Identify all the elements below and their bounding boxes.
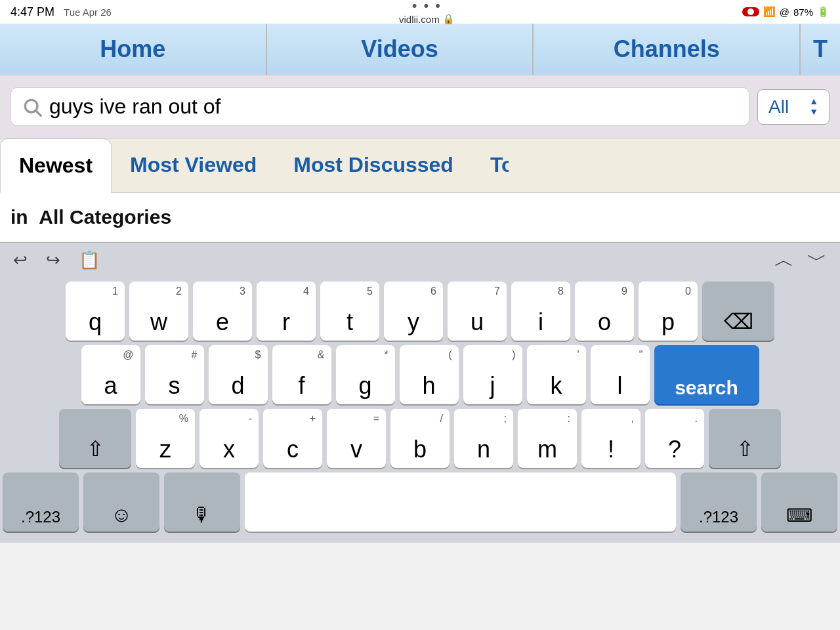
status-bar: 4:47 PM Tue Apr 26 • • • vidlii.com 🔒 📶 … <box>0 0 840 24</box>
undo-button[interactable]: ↩ <box>13 250 28 270</box>
key-y[interactable]: 6y <box>384 282 443 341</box>
key-n[interactable]: ;n <box>454 409 513 468</box>
status-bar-left: 4:47 PM Tue Apr 26 <box>10 5 112 19</box>
key-space[interactable] <box>245 472 676 532</box>
search-area: All ▲ ▼ <box>0 75 840 138</box>
key-v[interactable]: =v <box>327 409 386 468</box>
keyboard-row-2: @a #s $d &f *g (h )j 'k "l search <box>3 345 837 404</box>
sort-tab-newest[interactable]: Newest <box>0 138 112 193</box>
keyboard-row-4: .?123 ☺ 🎙 .?123 ⌨ <box>3 472 837 532</box>
record-indicator <box>742 7 759 16</box>
key-sym-right[interactable]: .?123 <box>681 472 757 532</box>
key-f[interactable]: &f <box>272 345 331 404</box>
sort-tab-most-viewed[interactable]: Most Viewed <box>112 138 275 192</box>
nav-tab-partial: T <box>801 24 840 75</box>
key-t[interactable]: 5t <box>320 282 379 341</box>
keyboard-row-1: 1q 2w 3e 4r 5t 6y 7u 8i 9o 0p ⌫ <box>3 282 837 341</box>
key-question[interactable]: .? <box>645 409 704 468</box>
key-j[interactable]: )j <box>463 345 522 404</box>
wifi-icon: 📶 <box>763 6 776 18</box>
key-hide-keyboard[interactable]: ⌨ <box>761 472 837 532</box>
redo-button[interactable]: ↪ <box>46 250 60 270</box>
chevron-up-button[interactable]: ︿ <box>774 247 794 274</box>
keyboard-toolbar: ↩ ↪ 📋 ︿ ﹀ <box>0 242 840 278</box>
key-i[interactable]: 8i <box>511 282 570 341</box>
keyboard-row-3: ⇧ %z -x +c =v /b ;n :m ,! .? ⇧ <box>3 409 837 468</box>
status-bar-right: 📶 @ 87% 🔋 <box>742 6 830 18</box>
key-delete[interactable]: ⌫ <box>702 282 774 341</box>
status-time: 4:47 PM <box>10 5 54 19</box>
svg-line-1 <box>36 111 41 116</box>
key-m[interactable]: :m <box>518 409 577 468</box>
key-d[interactable]: $d <box>209 345 268 404</box>
key-a[interactable]: @a <box>81 345 140 404</box>
key-emoji[interactable]: ☺ <box>83 472 159 532</box>
search-filter-dropdown[interactable]: All ▲ ▼ <box>757 89 830 125</box>
key-exclaim[interactable]: ,! <box>581 409 640 468</box>
key-h[interactable]: (h <box>400 345 459 404</box>
key-sym-left[interactable]: .?123 <box>3 472 79 532</box>
key-shift-right[interactable]: ⇧ <box>709 409 781 468</box>
key-u[interactable]: 7u <box>448 282 507 341</box>
nav-tab-home[interactable]: Home <box>0 24 267 75</box>
key-c[interactable]: +c <box>263 409 322 468</box>
search-icon <box>22 96 43 117</box>
status-dots: • • • <box>412 0 442 13</box>
category-line: in All Categories <box>0 193 840 242</box>
nav-tab-channels[interactable]: Channels <box>534 24 801 75</box>
status-bar-center: • • • vidlii.com 🔒 <box>399 0 455 25</box>
battery-icon: 🔋 <box>817 6 830 18</box>
key-k[interactable]: 'k <box>527 345 586 404</box>
filter-label: All <box>768 96 789 117</box>
key-l[interactable]: "l <box>591 345 650 404</box>
signal-icon: @ <box>780 7 789 18</box>
url-text: vidlii.com <box>399 14 440 25</box>
key-mic[interactable]: 🎙 <box>164 472 240 532</box>
battery-percent: 87% <box>793 7 813 18</box>
key-search[interactable]: search <box>654 345 759 404</box>
chevron-down-button[interactable]: ﹀ <box>807 247 827 274</box>
nav-tab-videos[interactable]: Videos <box>267 24 534 75</box>
status-day: Tue Apr 26 <box>64 7 112 18</box>
key-r[interactable]: 4r <box>257 282 316 341</box>
keyboard-nav-buttons: ︿ ﹀ <box>774 247 827 274</box>
category-name: All Categories <box>39 206 171 228</box>
category-prefix: in <box>10 206 28 228</box>
record-dot <box>747 9 754 15</box>
key-s[interactable]: #s <box>145 345 204 404</box>
keyboard: 1q 2w 3e 4r 5t 6y 7u 8i 9o 0p ⌫ @a #s $d… <box>0 278 840 543</box>
search-input-wrap[interactable] <box>10 87 749 126</box>
key-x[interactable]: -x <box>200 409 259 468</box>
sort-tab-partial: To <box>472 138 509 192</box>
sort-tab-most-discussed[interactable]: Most Discussed <box>275 138 472 192</box>
key-p[interactable]: 0p <box>639 282 698 341</box>
key-g[interactable]: *g <box>336 345 395 404</box>
key-q[interactable]: 1q <box>66 282 125 341</box>
key-b[interactable]: /b <box>390 409 450 468</box>
sort-tabs: Newest Most Viewed Most Discussed To <box>0 138 840 193</box>
search-input[interactable] <box>49 94 738 119</box>
nav-tabs: Home Videos Channels T <box>0 24 840 75</box>
filter-arrows-icon: ▲ ▼ <box>809 96 818 117</box>
key-o[interactable]: 9o <box>575 282 634 341</box>
key-shift-left[interactable]: ⇧ <box>59 409 131 468</box>
clipboard-button[interactable]: 📋 <box>79 250 100 270</box>
key-z[interactable]: %z <box>136 409 195 468</box>
key-w[interactable]: 2w <box>129 282 188 341</box>
key-e[interactable]: 3e <box>193 282 252 341</box>
